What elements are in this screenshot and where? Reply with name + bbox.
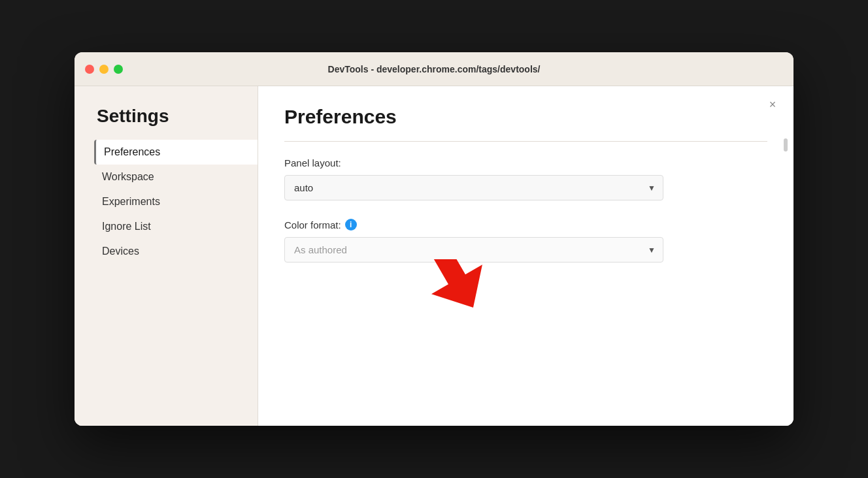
arrow-annotation <box>363 259 493 347</box>
info-icon[interactable]: i <box>345 219 357 231</box>
maximize-window-button[interactable] <box>114 65 123 74</box>
sidebar-item-ignore-list[interactable]: Ignore List <box>94 214 258 239</box>
titlebar: DevTools - developer.chrome.com/tags/dev… <box>75 52 793 86</box>
scrollbar-track[interactable] <box>783 138 788 334</box>
sidebar-item-workspace[interactable]: Workspace <box>94 165 258 189</box>
page-title: Preferences <box>284 106 767 128</box>
close-dialog-button[interactable]: × <box>765 97 780 112</box>
sidebar-nav: Preferences Workspace Experiments Ignore… <box>94 140 258 264</box>
color-format-select-wrapper: As authored HEX RGB HSL ▼ <box>284 237 663 263</box>
section-divider <box>284 141 767 142</box>
color-format-label-text: Color format: <box>284 219 341 231</box>
panel-layout-select-wrapper: auto horizontal vertical ▼ <box>284 175 663 200</box>
minimize-window-button[interactable] <box>99 65 108 74</box>
color-format-group: Color format: i As authored HEX RGB HSL … <box>284 219 767 263</box>
scrollbar-thumb <box>784 138 788 151</box>
panel-layout-select[interactable]: auto horizontal vertical <box>284 175 663 200</box>
color-format-label: Color format: i <box>284 219 767 231</box>
settings-dialog: Settings Preferences Workspace Experimen… <box>75 86 793 426</box>
svg-marker-1 <box>415 259 493 323</box>
titlebar-title: DevTools - developer.chrome.com/tags/dev… <box>328 64 541 74</box>
sidebar-item-devices[interactable]: Devices <box>94 239 258 264</box>
color-format-select[interactable]: As authored HEX RGB HSL <box>284 237 663 263</box>
browser-window: DevTools - developer.chrome.com/tags/dev… <box>75 52 793 426</box>
panel-layout-label: Panel layout: <box>284 157 767 168</box>
sidebar-item-experiments[interactable]: Experiments <box>94 189 258 214</box>
panel-layout-group: Panel layout: auto horizontal vertical ▼ <box>284 157 767 200</box>
traffic-lights <box>85 65 123 74</box>
close-window-button[interactable] <box>85 65 94 74</box>
main-content: × Preferences Panel layout: auto horizon… <box>258 86 793 426</box>
settings-title: Settings <box>94 106 258 127</box>
sidebar-item-preferences[interactable]: Preferences <box>94 140 258 165</box>
sidebar: Settings Preferences Workspace Experimen… <box>75 86 258 426</box>
